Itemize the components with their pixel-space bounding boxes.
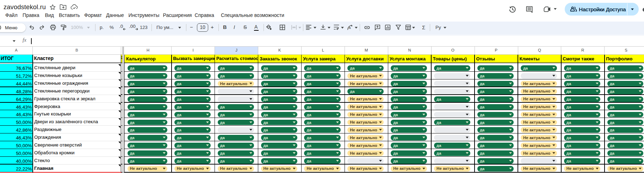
svg-text:A: A <box>349 26 351 30</box>
